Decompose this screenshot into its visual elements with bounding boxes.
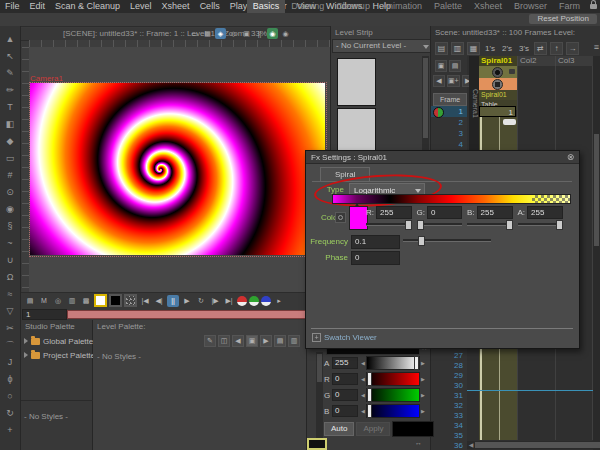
column-render-toggle-row[interactable]	[479, 78, 517, 90]
output-settings-icon[interactable]: ▣	[435, 60, 447, 72]
room-tab-palette[interactable]: Palette	[428, 0, 468, 13]
menu-edit[interactable]: Edit	[25, 0, 51, 13]
frame-number-1[interactable]: 1	[431, 106, 467, 117]
camera-view-icon[interactable]: ◇	[228, 28, 239, 39]
current-style-icon[interactable]: ▣	[246, 335, 258, 347]
step-2's[interactable]: 2's	[500, 44, 514, 53]
geometric-tool[interactable]: ✏	[3, 83, 18, 98]
slider-handle[interactable]	[414, 356, 419, 370]
expand-arrow-icon[interactable]	[24, 352, 28, 358]
column-header-spiral01[interactable]: Spiral01	[479, 56, 517, 66]
channel-gradient-slider[interactable]	[366, 388, 420, 402]
splitter[interactable]	[21, 400, 93, 401]
frequency-field[interactable]: 0.1	[351, 235, 400, 249]
channel-value-field[interactable]: 0	[332, 373, 358, 385]
slider-handle[interactable]	[405, 220, 412, 230]
viewer-ruler-vertical[interactable]	[22, 47, 29, 293]
iron-tool[interactable]: ▽	[3, 304, 18, 319]
menu-file[interactable]: File	[0, 0, 25, 13]
previous-frame-button[interactable]: ◀|	[153, 295, 165, 307]
bender-tool[interactable]: ≈	[3, 287, 18, 302]
fx-channel-slider[interactable]	[518, 219, 564, 229]
increment-icon[interactable]: ▶	[420, 376, 426, 382]
prev-level-icon[interactable]: ◀	[433, 75, 445, 87]
fx-channel-value-field[interactable]: 255	[376, 206, 412, 219]
selected-cell[interactable]: 1	[479, 106, 516, 117]
black-background-button[interactable]	[109, 294, 122, 307]
style-arrows-icon[interactable]: ↔	[415, 439, 422, 446]
xsheet-horizontal-scrollbar[interactable]: ◀ ▶	[467, 441, 600, 449]
colors-keyframe-button[interactable]	[335, 212, 346, 223]
checkered-background-button[interactable]	[124, 294, 137, 307]
slider-handle[interactable]	[556, 220, 563, 230]
channel-value-field[interactable]: 0	[332, 389, 358, 401]
room-tab-drawing[interactable]: Drawing	[285, 0, 330, 13]
freeze-icon[interactable]: ▣	[241, 28, 252, 39]
hand-tool[interactable]: +	[3, 423, 18, 438]
tape-tool[interactable]: #	[3, 168, 18, 183]
sub-camera-preview-icon[interactable]: ◉	[280, 28, 291, 39]
export-level-icon[interactable]: ↑	[550, 42, 563, 55]
column-lock-icon[interactable]	[509, 69, 515, 74]
new-page-icon[interactable]: ▥	[288, 335, 300, 347]
phase-field[interactable]: 0	[351, 251, 400, 265]
level-strip-frame-1[interactable]	[337, 58, 376, 106]
next-style-icon[interactable]: ▶	[260, 335, 272, 347]
slider-handle[interactable]	[417, 220, 424, 230]
step-3's[interactable]: 3's	[517, 44, 531, 53]
frame-number-36[interactable]: 36	[431, 440, 467, 450]
paint-brush-tool[interactable]: ◆	[3, 134, 18, 149]
save-palette-icon[interactable]: ◫	[218, 335, 230, 347]
column-header-col2[interactable]: Col2	[517, 56, 555, 66]
blue-channel-button[interactable]	[261, 296, 271, 306]
fx-channel-value-field[interactable]: 0	[427, 206, 462, 219]
type-tool[interactable]: T	[3, 100, 18, 115]
new-note-icon[interactable]: ▣+	[447, 75, 460, 87]
next-frame-button[interactable]: |▶	[209, 295, 221, 307]
fx-channel-slider[interactable]	[417, 219, 463, 229]
channel-gradient-slider[interactable]	[366, 404, 420, 418]
scroll-left-icon[interactable]: ◀	[467, 441, 475, 449]
channel-more-button[interactable]: ▸	[273, 295, 285, 307]
new-toonz-raster-level-icon[interactable]: ▤	[435, 42, 448, 55]
frequency-slider[interactable]	[403, 235, 491, 247]
frame-range-bar[interactable]	[67, 310, 329, 319]
slider-handle[interactable]	[367, 404, 372, 418]
camera-stand-view-icon[interactable]: ▭	[189, 28, 200, 39]
locator-icon[interactable]: ▩	[80, 295, 92, 307]
auto-apply-button[interactable]: Auto	[324, 422, 354, 436]
load-level-icon[interactable]: →	[566, 42, 579, 55]
fx-channel-slider[interactable]	[366, 219, 412, 229]
expand-arrow-icon[interactable]	[24, 338, 28, 344]
zoom-tool[interactable]: ○	[3, 389, 18, 404]
frame-number-4[interactable]: 4	[431, 139, 467, 150]
slider-handle[interactable]	[367, 372, 372, 386]
reframe-icon[interactable]: ⇄	[534, 42, 547, 55]
animate-tool[interactable]: ▲	[3, 32, 18, 47]
project-palettes-folder[interactable]: Project Palettes	[21, 348, 92, 362]
pause-button[interactable]: ||	[167, 295, 179, 307]
red-channel-button[interactable]	[237, 296, 247, 306]
apply-button[interactable]: Apply	[356, 422, 390, 436]
fx-dialog-title[interactable]: Fx Settings : Spiral01	[306, 151, 579, 164]
new-vector-level-icon[interactable]: ▦	[467, 42, 480, 55]
channel-value-field[interactable]: 0	[332, 405, 358, 417]
level-strip-dropdown[interactable]: - No Current Level -	[332, 39, 433, 53]
3d-view-icon[interactable]: ◈	[215, 28, 226, 39]
magnet-tool[interactable]: Ω	[3, 270, 18, 285]
swatch-viewer-toggle[interactable]: + Swatch Viewer	[312, 333, 377, 342]
slider-handle[interactable]	[367, 388, 372, 402]
room-tab-browser[interactable]: Browser	[508, 0, 553, 13]
rgb-picker-tool[interactable]: ◉	[3, 202, 18, 217]
channel-gradient-slider[interactable]	[366, 372, 420, 386]
global-palettes-folder[interactable]: Global Palettes	[21, 334, 92, 348]
menu-level[interactable]: Level	[125, 0, 157, 13]
plastic-tool[interactable]: ϕ	[3, 372, 18, 387]
save-images-icon[interactable]: M	[38, 295, 50, 307]
pump-tool[interactable]: ∪	[3, 253, 18, 268]
menu-cells[interactable]: Cells	[195, 0, 225, 13]
pause-icon[interactable]: ||	[254, 28, 265, 39]
tab-spiral[interactable]: Spiral	[320, 167, 370, 182]
control-point-tool[interactable]: §	[3, 219, 18, 234]
column-preview-toggle-row[interactable]	[479, 66, 517, 78]
